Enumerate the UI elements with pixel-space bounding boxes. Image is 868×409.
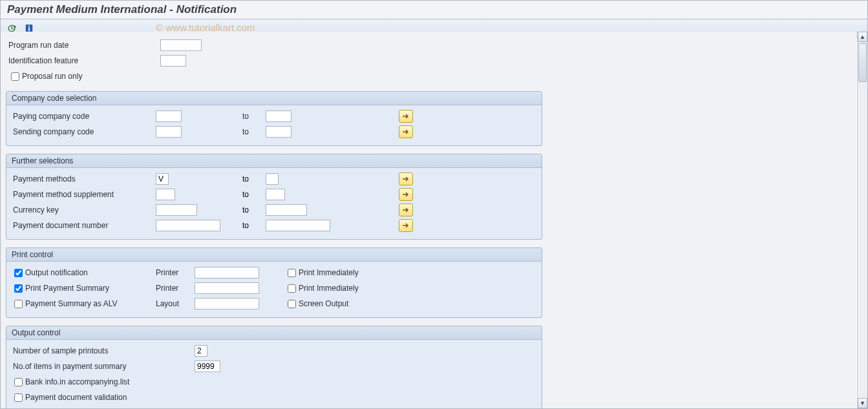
layout-input[interactable] [195, 298, 259, 309]
identification-feature-input[interactable] [160, 55, 186, 67]
row-print-payment-summary: Print Payment Summary Printer Print Imme… [10, 281, 538, 295]
multiple-selection-icon[interactable] [399, 125, 413, 138]
group-company-code-selection: Company code selection Paying company co… [6, 91, 542, 146]
window-title: Payment Medium International - Notificat… [1, 1, 867, 19]
currency-key-label: Currency key [10, 205, 156, 215]
multiple-selection-icon[interactable] [399, 204, 413, 216]
number-of-sample-printouts-label: Number of sample printouts [10, 346, 195, 355]
proposal-run-only-checkbox[interactable]: Proposal run only [8, 70, 82, 83]
num-items-payment-summary-label: No.of items in payment summary [10, 362, 195, 371]
payment-document-number-to-input[interactable] [266, 220, 330, 231]
screen-output-checkbox[interactable]: Screen Output [285, 298, 348, 310]
num-items-payment-summary-input[interactable] [195, 361, 220, 372]
row-identification-feature: Identification feature [6, 54, 851, 68]
printer-label: Printer [156, 268, 195, 277]
paying-company-code-to-input[interactable] [266, 110, 291, 122]
paying-company-code-label: Paying company code [10, 112, 156, 121]
paying-company-code-from-input[interactable] [156, 110, 182, 122]
output-control-title: Output control [6, 326, 542, 340]
to-label: to [175, 190, 266, 199]
bank-info-input[interactable] [14, 378, 23, 386]
row-payment-document-validation: Payment document validation [10, 390, 538, 404]
row-output-notification: Output notification Printer Print Immedi… [10, 266, 538, 280]
row-currency-key: Currency key to [10, 203, 538, 217]
printer-label: Printer [156, 284, 195, 293]
payment-summary-alv-label: Payment Summary as ALV [25, 299, 118, 308]
company-code-selection-title: Company code selection [6, 92, 542, 105]
payment-summary-alv-input[interactable] [14, 300, 23, 308]
print-immediately-label: Print Immediately [299, 268, 359, 277]
payment-document-number-label: Payment document number [10, 221, 156, 230]
further-selections-title: Further selections [6, 154, 542, 168]
row-program-run-date: Program run date [6, 38, 851, 52]
payment-methods-to-input[interactable] [266, 173, 279, 185]
print-immediately-input[interactable] [288, 269, 296, 277]
output-notification-label: Output notification [25, 268, 88, 277]
print-payment-summary-checkbox[interactable]: Print Payment Summary [10, 282, 156, 295]
proposal-run-only-label: Proposal run only [22, 72, 82, 81]
payment-document-validation-label: Payment document validation [25, 393, 127, 402]
selection-screen: Program run date Identification feature … [1, 32, 856, 408]
row-number-of-sample-printouts: Number of sample printouts [10, 344, 538, 358]
row-sending-company-code: Sending company code to [10, 125, 538, 139]
payment-method-supplement-from-input[interactable] [156, 189, 175, 200]
row-proposal-run-only: Proposal run only [6, 69, 851, 83]
payment-method-supplement-to-input[interactable] [266, 189, 285, 200]
content-scroll-area: Program run date Identification feature … [1, 32, 856, 408]
to-label: to [182, 127, 266, 136]
group-print-control: Print control Output notification Printe… [6, 247, 542, 318]
payment-summary-alv-checkbox[interactable]: Payment Summary as ALV [10, 298, 156, 310]
output-notification-input[interactable] [14, 269, 23, 277]
row-paying-company-code: Paying company code to [10, 109, 538, 123]
screen-output-input[interactable] [288, 300, 296, 308]
screen-output-label: Screen Output [299, 299, 348, 308]
multiple-selection-icon[interactable] [399, 110, 413, 123]
row-bank-info-accompanying-list: Bank info.in accompanying.list [10, 375, 538, 389]
to-label: to [169, 174, 266, 184]
print-payment-summary-input[interactable] [14, 284, 23, 293]
payment-methods-from-input[interactable] [156, 173, 169, 185]
layout-label: Layout [156, 299, 195, 308]
bank-info-checkbox[interactable]: Bank info.in accompanying.list [10, 376, 129, 388]
svg-rect-2 [28, 25, 30, 26]
multiple-selection-icon[interactable] [399, 188, 413, 201]
scroll-up-icon[interactable]: ▲ [858, 32, 867, 42]
multiple-selection-icon[interactable] [399, 219, 413, 232]
row-payment-summary-alv: Payment Summary as ALV Layout Screen Out… [10, 297, 538, 311]
payment-document-validation-input[interactable] [14, 393, 23, 402]
payment-document-validation-checkbox[interactable]: Payment document validation [10, 392, 127, 404]
sending-company-code-from-input[interactable] [156, 126, 182, 138]
bank-info-label: Bank info.in accompanying.list [25, 377, 129, 386]
to-label: to [220, 221, 266, 230]
output-notification-printer-input[interactable] [195, 267, 259, 278]
scroll-thumb[interactable] [858, 43, 867, 82]
payment-methods-label: Payment methods [10, 174, 156, 184]
print-immediately-checkbox-2[interactable]: Print Immediately [285, 282, 359, 295]
identification-feature-label: Identification feature [8, 56, 160, 65]
scroll-down-icon[interactable]: ▼ [858, 398, 867, 408]
print-control-title: Print control [6, 248, 542, 262]
row-texts-recipient-lang: Texts in recipient's lang. [10, 406, 538, 408]
currency-key-from-input[interactable] [156, 204, 197, 216]
program-run-date-label: Program run date [8, 41, 160, 50]
sending-company-code-to-input[interactable] [266, 126, 291, 138]
row-payment-method-supplement: Payment method supplement to [10, 187, 538, 202]
svg-rect-3 [28, 27, 30, 31]
group-further-selections: Further selections Payment methods to Pa… [6, 154, 542, 240]
print-immediately-checkbox[interactable]: Print Immediately [285, 267, 359, 279]
payment-method-supplement-label: Payment method supplement [10, 190, 156, 199]
payment-document-number-from-input[interactable] [156, 220, 220, 231]
program-run-date-input[interactable] [160, 39, 202, 51]
vertical-scrollbar[interactable]: ▲ ▼ [857, 32, 867, 408]
texts-recipient-lang-checkbox[interactable]: Texts in recipient's lang. [10, 407, 107, 409]
proposal-run-only-input[interactable] [11, 72, 19, 81]
number-of-sample-printouts-input[interactable] [195, 345, 207, 357]
print-payment-summary-printer-input[interactable] [195, 282, 259, 294]
output-notification-checkbox[interactable]: Output notification [10, 267, 156, 279]
multiple-selection-icon[interactable] [399, 173, 413, 185]
sending-company-code-label: Sending company code [10, 127, 156, 136]
currency-key-to-input[interactable] [266, 204, 307, 216]
row-num-items-payment-summary: No.of items in payment summary [10, 359, 538, 373]
print-immediately-input-2[interactable] [288, 284, 296, 293]
group-output-control: Output control Number of sample printout… [6, 326, 542, 408]
